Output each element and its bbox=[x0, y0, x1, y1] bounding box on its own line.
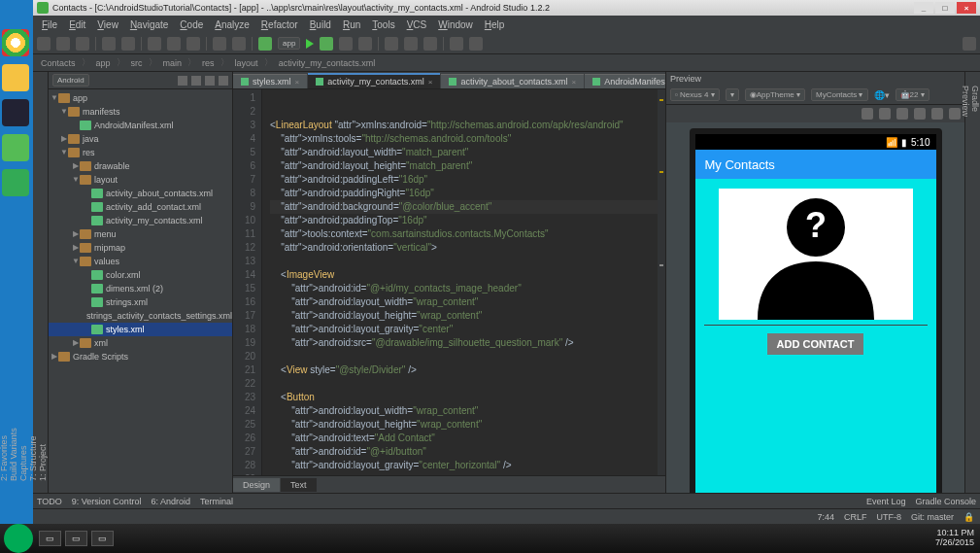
menu-help[interactable]: Help bbox=[480, 17, 510, 32]
close-tab-icon[interactable]: × bbox=[295, 78, 300, 86]
line-separator[interactable]: CRLF bbox=[844, 512, 867, 522]
menu-run[interactable]: Run bbox=[338, 17, 365, 32]
run-config-selector[interactable]: app bbox=[278, 37, 300, 50]
menu-build[interactable]: Build bbox=[305, 17, 336, 32]
window-minimize-button[interactable]: _ bbox=[914, 2, 933, 14]
breadcrumb-segment[interactable]: activity_my_contacts.xml bbox=[277, 58, 378, 68]
bottom-tool-tab[interactable]: TODO bbox=[37, 497, 62, 506]
undo-icon[interactable] bbox=[102, 37, 116, 51]
tree-file[interactable]: styles.xml bbox=[49, 323, 232, 336]
editor-tab[interactable]: styles.xml× bbox=[233, 74, 307, 88]
device-selector[interactable]: ▫ Nexus 4 ▾ bbox=[670, 88, 720, 101]
tree-folder[interactable]: ▶mipmap bbox=[49, 241, 232, 255]
bottom-tool-tab[interactable]: Terminal bbox=[200, 497, 233, 506]
bottom-tool-tab[interactable]: 9: Version Control bbox=[72, 497, 142, 506]
close-tab-icon[interactable]: × bbox=[571, 78, 576, 86]
project-tree[interactable]: ▼app▼manifestsAndroidManifest.xml▶java▼r… bbox=[49, 89, 232, 493]
gradle-console-tab[interactable]: Gradle Console bbox=[915, 497, 976, 506]
editor-tab[interactable]: activity_about_contacts.xml× bbox=[441, 74, 584, 88]
file-encoding[interactable]: UTF-8 bbox=[876, 512, 901, 522]
stop-icon[interactable] bbox=[358, 37, 372, 51]
avd-manager-icon[interactable] bbox=[385, 37, 398, 51]
copy-icon[interactable] bbox=[167, 37, 181, 51]
editor-tab[interactable]: activity_my_contacts.xml× bbox=[308, 73, 440, 88]
menu-navigate[interactable]: Navigate bbox=[125, 17, 173, 32]
tree-file[interactable]: strings_activity_contacts_settings.xml bbox=[49, 309, 232, 323]
ddms-icon[interactable] bbox=[423, 37, 437, 51]
chrome-icon[interactable] bbox=[2, 29, 29, 56]
gradle-tool-tab[interactable]: Gradle bbox=[970, 82, 980, 485]
debug-icon[interactable] bbox=[320, 37, 333, 51]
taskbar-item[interactable]: ▭ bbox=[91, 531, 114, 546]
cut-icon[interactable] bbox=[148, 37, 161, 51]
project-tool-tab[interactable]: 1: Project bbox=[38, 82, 48, 485]
tree-folder[interactable]: ▶java bbox=[49, 132, 232, 146]
open-icon[interactable] bbox=[37, 37, 51, 51]
tree-folder[interactable]: ▶drawable bbox=[49, 159, 232, 173]
git-branch[interactable]: Git: master bbox=[911, 512, 954, 522]
captures-tool-tab[interactable]: Captures bbox=[18, 82, 28, 485]
sdk-manager-icon[interactable] bbox=[404, 37, 418, 51]
tree-folder[interactable]: ▶Gradle Scripts bbox=[49, 350, 232, 363]
hide-icon[interactable] bbox=[219, 76, 228, 86]
taskbar-item[interactable]: ▭ bbox=[39, 531, 61, 546]
code-content[interactable]: <LinearLayout "attr">xmlns:android="http… bbox=[262, 89, 665, 475]
zoom-fit-icon[interactable] bbox=[862, 108, 873, 120]
window-maximize-button[interactable]: □ bbox=[935, 2, 955, 14]
gear-icon[interactable] bbox=[205, 76, 215, 86]
activity-selector[interactable]: MyContacts ▾ bbox=[811, 88, 867, 101]
tree-folder[interactable]: ▼layout bbox=[49, 173, 232, 187]
project-view-selector[interactable]: Android bbox=[52, 74, 89, 86]
tree-folder[interactable]: ▼app bbox=[49, 91, 232, 105]
settings-icon[interactable] bbox=[450, 37, 463, 51]
breadcrumb-segment[interactable]: app bbox=[94, 58, 113, 68]
tree-file[interactable]: dimens.xml (2) bbox=[49, 282, 232, 295]
tree-file[interactable]: activity_about_contacts.xml bbox=[49, 187, 232, 200]
tree-folder[interactable]: ▼manifests bbox=[49, 105, 232, 119]
favorites-tool-tab[interactable]: 2: Favorites bbox=[0, 82, 9, 485]
editor-mode-tab-text[interactable]: Text bbox=[281, 478, 317, 492]
menu-window[interactable]: Window bbox=[433, 17, 478, 32]
tree-file[interactable]: activity_add_contact.xml bbox=[49, 200, 232, 214]
menu-code[interactable]: Code bbox=[175, 17, 208, 32]
zoom-in-icon[interactable] bbox=[879, 108, 891, 120]
tree-folder[interactable]: ▼values bbox=[49, 255, 232, 268]
menu-edit[interactable]: Edit bbox=[64, 17, 90, 32]
breadcrumb-segment[interactable]: main bbox=[161, 58, 185, 68]
save-icon[interactable] bbox=[56, 37, 70, 51]
zoom-out-icon[interactable] bbox=[896, 108, 908, 120]
attach-debugger-icon[interactable] bbox=[339, 37, 353, 51]
breadcrumb-segment[interactable]: Contacts bbox=[39, 58, 78, 68]
orientation-selector[interactable]: ▾ bbox=[726, 88, 739, 101]
lock-icon[interactable]: 🔒 bbox=[963, 512, 974, 522]
breadcrumb-segment[interactable]: res bbox=[200, 58, 217, 68]
back-icon[interactable] bbox=[213, 37, 226, 51]
api-selector[interactable]: 🤖22 ▾ bbox=[896, 88, 929, 101]
settings-preview-icon[interactable] bbox=[949, 108, 961, 120]
run-icon[interactable] bbox=[306, 39, 314, 49]
forward-icon[interactable] bbox=[232, 37, 246, 51]
menu-tools[interactable]: Tools bbox=[367, 17, 399, 32]
tree-file[interactable]: color.xml bbox=[49, 268, 232, 282]
collapse-all-icon[interactable] bbox=[191, 76, 201, 86]
code-editor[interactable]: 1234567891011121314151617181920212223242… bbox=[233, 89, 665, 475]
build-variants-tool-tab[interactable]: Build Variants bbox=[9, 295, 18, 485]
tree-folder[interactable]: ▶menu bbox=[49, 227, 232, 241]
make-project-icon[interactable] bbox=[258, 37, 272, 51]
bottom-tool-tab[interactable]: 6: Android bbox=[151, 497, 190, 506]
editor-mode-tab-design[interactable]: Design bbox=[233, 478, 280, 492]
breadcrumb-segment[interactable]: src bbox=[129, 58, 145, 68]
screenshot-icon[interactable] bbox=[931, 108, 943, 120]
menu-analyze[interactable]: Analyze bbox=[210, 17, 254, 32]
start-button[interactable] bbox=[4, 524, 33, 553]
menu-file[interactable]: File bbox=[37, 17, 62, 32]
scroll-from-source-icon[interactable] bbox=[178, 76, 187, 86]
search-icon[interactable] bbox=[963, 37, 976, 51]
taskbar-item[interactable]: ▭ bbox=[65, 531, 87, 546]
close-tab-icon[interactable]: × bbox=[428, 78, 433, 86]
tree-file[interactable]: strings.xml bbox=[49, 295, 232, 309]
tree-folder[interactable]: ▶xml bbox=[49, 336, 232, 350]
menu-refactor[interactable]: Refactor bbox=[256, 17, 303, 32]
event-log-tab[interactable]: Event Log bbox=[866, 497, 906, 506]
tree-folder[interactable]: ▼res bbox=[49, 146, 232, 159]
